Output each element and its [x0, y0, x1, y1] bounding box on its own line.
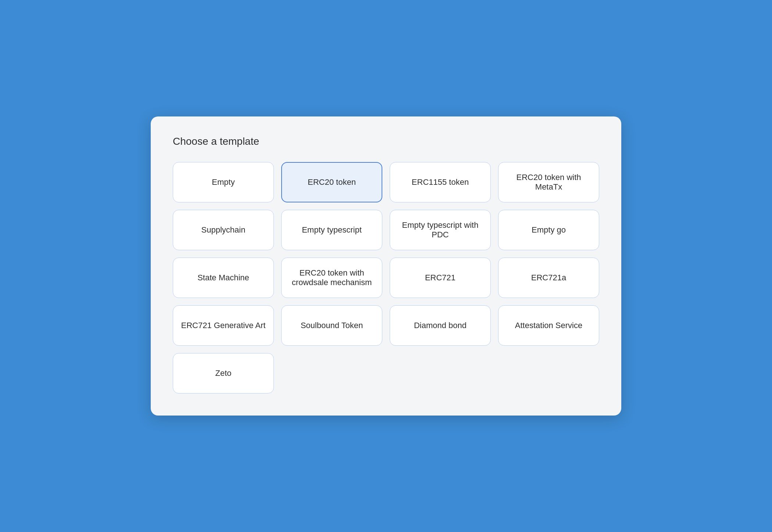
template-card-empty[interactable]: Empty [173, 162, 274, 202]
template-card-state-machine[interactable]: State Machine [173, 258, 274, 298]
template-card-erc20-token[interactable]: ERC20 token [281, 162, 382, 202]
template-card-supplychain[interactable]: Supplychain [173, 210, 274, 250]
template-card-empty-go[interactable]: Empty go [498, 210, 599, 250]
template-card-erc721a[interactable]: ERC721a [498, 258, 599, 298]
template-card-erc721-generative-art[interactable]: ERC721 Generative Art [173, 305, 274, 346]
template-card-erc721[interactable]: ERC721 [390, 258, 491, 298]
template-card-diamond-bond[interactable]: Diamond bond [390, 305, 491, 346]
template-card-erc20-crowdsale[interactable]: ERC20 token with crowdsale mechanism [281, 258, 382, 298]
template-card-empty-typescript[interactable]: Empty typescript [281, 210, 382, 250]
template-card-empty-typescript-pdc[interactable]: Empty typescript with PDC [390, 210, 491, 250]
template-card-attestation-service[interactable]: Attestation Service [498, 305, 599, 346]
template-card-erc1155-token[interactable]: ERC1155 token [390, 162, 491, 202]
template-card-zeto[interactable]: Zeto [173, 353, 274, 393]
modal-title: Choose a template [173, 136, 599, 147]
template-card-erc20-token-metatx[interactable]: ERC20 token with MetaTx [498, 162, 599, 202]
template-chooser-modal: Choose a template EmptyERC20 tokenERC115… [151, 116, 621, 416]
template-grid: EmptyERC20 tokenERC1155 tokenERC20 token… [173, 162, 599, 393]
template-card-soulbound-token[interactable]: Soulbound Token [281, 305, 382, 346]
